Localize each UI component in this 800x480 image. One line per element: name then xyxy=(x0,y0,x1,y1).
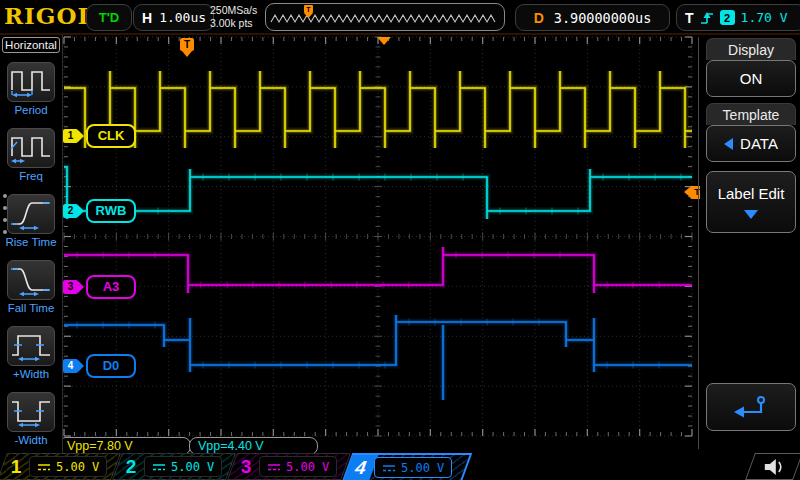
measure-item-freq[interactable]: Freq xyxy=(0,128,62,182)
template-menu-label: Template xyxy=(706,103,796,125)
menu-separator xyxy=(698,37,699,449)
measure-item-width[interactable]: +Width xyxy=(0,326,62,380)
menu-page-dots xyxy=(3,186,7,242)
dc-coupling-icon xyxy=(37,462,51,472)
channel-marker-4[interactable]: 4 xyxy=(63,359,78,373)
channel-label-d0: D0 xyxy=(86,354,136,378)
measure-item-period[interactable]: Period xyxy=(0,62,62,116)
channel-label-rwb: RWB xyxy=(86,199,136,223)
channel-marker-arrow xyxy=(78,205,84,217)
chevron-down-icon xyxy=(744,210,758,219)
channel-marker-3[interactable]: 3 xyxy=(63,280,78,294)
channel-status-4[interactable]: 45.00 V xyxy=(342,453,473,480)
measure-item-rise-time[interactable]: Rise Time xyxy=(0,194,62,248)
freq-icon xyxy=(9,130,53,166)
return-arrow-icon xyxy=(730,393,772,421)
minus-width-icon xyxy=(9,394,53,430)
period-icon xyxy=(9,64,53,100)
channel-number: 2 xyxy=(118,454,144,479)
channel-scale: 5.00 V xyxy=(144,456,222,477)
measure-item-width[interactable]: -Width xyxy=(0,392,62,446)
channel-status-1[interactable]: 15.00 V xyxy=(0,453,121,480)
measure-menu-title: Horizontal xyxy=(2,37,60,53)
channel-marker-2[interactable]: 2 xyxy=(63,204,78,218)
measure-item-fall-time[interactable]: Fall Time xyxy=(0,260,62,314)
channel-status-2[interactable]: 25.00 V xyxy=(112,453,236,480)
fall-time-icon xyxy=(9,262,53,298)
rise-time-icon xyxy=(9,196,53,232)
measure-menu: Horizontal PeriodFreqRise TimeFall Time+… xyxy=(0,35,63,480)
channel-number: 3 xyxy=(233,454,259,479)
channel-number: 1 xyxy=(3,454,29,479)
label-edit-button[interactable]: Label Edit xyxy=(706,171,796,233)
channel-label-clk: CLK xyxy=(86,124,136,148)
dc-coupling-icon xyxy=(382,463,396,473)
channel-scale: 5.00 V xyxy=(29,456,107,477)
speaker-icon xyxy=(762,457,786,477)
dc-coupling-icon xyxy=(152,462,166,472)
template-button[interactable]: DATA xyxy=(706,125,796,162)
plus-width-icon xyxy=(9,328,53,364)
sound-indicator xyxy=(745,453,800,480)
softkey-menu: Display ON Template DATA Label Edit xyxy=(700,35,800,455)
display-on-button[interactable]: ON xyxy=(706,60,796,97)
dc-coupling-icon xyxy=(267,462,281,472)
channel-marker-arrow xyxy=(78,360,84,372)
channel-status-3[interactable]: 35.00 V xyxy=(227,453,351,480)
channel-scale: 5.00 V xyxy=(374,457,452,478)
display-menu-label: Display xyxy=(706,38,796,60)
channel-marker-1[interactable]: 1 xyxy=(63,129,78,143)
chevron-left-icon xyxy=(724,138,733,150)
back-button[interactable] xyxy=(706,383,796,431)
horizontal-center-marker xyxy=(377,37,391,45)
display-overlay: 1CLK2RWB3A34D0TT xyxy=(0,0,800,480)
channel-marker-arrow xyxy=(78,281,84,293)
channel-marker-arrow xyxy=(78,130,84,142)
trigger-position-flag[interactable]: T xyxy=(180,38,194,51)
channel-scale: 5.00 V xyxy=(259,456,337,477)
channel-status-bar: 15.00 V25.00 V35.00 V45.00 V xyxy=(0,453,800,480)
oscilloscope-screen: RIGOL T'D H 1.00us 250MSa/s 3.00k pts T … xyxy=(0,0,800,480)
channel-label-a3: A3 xyxy=(86,275,136,299)
